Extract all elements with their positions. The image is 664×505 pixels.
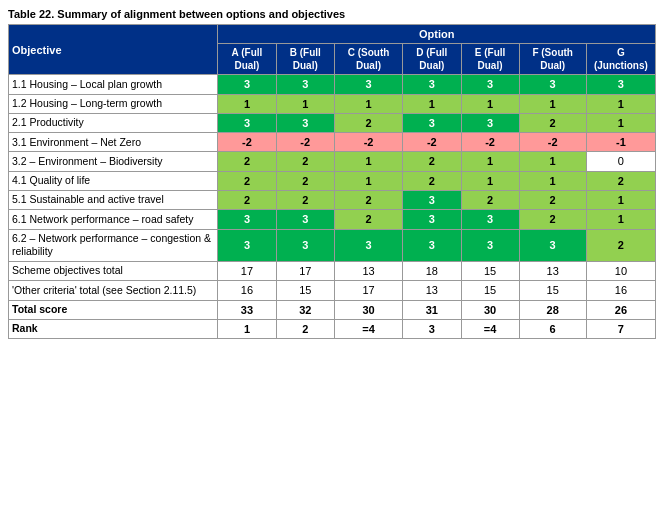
data-cell-r2-c5: 2 (519, 113, 586, 132)
data-cell-r0-c0: 3 (218, 75, 276, 94)
data-cell-r4-c5: 1 (519, 152, 586, 171)
data-cell-r6-c5: 2 (519, 191, 586, 210)
data-cell-r4-c3: 2 (403, 152, 461, 171)
data-cell-r6-c2: 2 (334, 191, 402, 210)
data-cell-r2-c3: 3 (403, 113, 461, 132)
rank-val-5: 6 (519, 319, 586, 338)
total-score-label: Total score (9, 300, 218, 319)
data-cell-r4-c1: 2 (276, 152, 334, 171)
table-row: 4.1 Quality of life2212112 (9, 171, 656, 190)
data-cell-r1-c2: 1 (334, 94, 402, 113)
total-score-val-3: 31 (403, 300, 461, 319)
data-cell-r3-c6: -1 (586, 133, 655, 152)
data-cell-r7-c0: 3 (218, 210, 276, 229)
scheme-total-val-0: 17 (218, 261, 276, 280)
data-cell-r6-c3: 3 (403, 191, 461, 210)
rank-val-3: 3 (403, 319, 461, 338)
data-cell-r0-c5: 3 (519, 75, 586, 94)
data-cell-r3-c4: -2 (461, 133, 519, 152)
total-score-val-6: 26 (586, 300, 655, 319)
data-cell-r3-c1: -2 (276, 133, 334, 152)
table-row: 1.2 Housing – Long-term growth1111111 (9, 94, 656, 113)
data-cell-r8-c1: 3 (276, 229, 334, 261)
col-header-6: G (Junctions) (586, 44, 655, 75)
data-cell-r7-c5: 2 (519, 210, 586, 229)
data-cell-r7-c6: 1 (586, 210, 655, 229)
data-cell-r5-c2: 1 (334, 171, 402, 190)
scheme-total-val-1: 17 (276, 261, 334, 280)
table-row: 3.2 – Environment – Biodiversity2212110 (9, 152, 656, 171)
data-cell-r7-c1: 3 (276, 210, 334, 229)
data-cell-r8-c4: 3 (461, 229, 519, 261)
data-cell-r5-c5: 1 (519, 171, 586, 190)
data-cell-r2-c1: 3 (276, 113, 334, 132)
other-total-val-1: 15 (276, 281, 334, 300)
objective-cell-3: 3.1 Environment – Net Zero (9, 133, 218, 152)
objective-cell-6: 5.1 Sustainable and active travel (9, 191, 218, 210)
data-cell-r1-c1: 1 (276, 94, 334, 113)
data-cell-r3-c5: -2 (519, 133, 586, 152)
other-total-label: 'Other criteria' total (see Section 2.11… (9, 281, 218, 300)
data-cell-r0-c1: 3 (276, 75, 334, 94)
data-cell-r4-c2: 1 (334, 152, 402, 171)
rank-val-1: 2 (276, 319, 334, 338)
other-total-val-0: 16 (218, 281, 276, 300)
scheme-total-val-6: 10 (586, 261, 655, 280)
other-total-row: 'Other criteria' total (see Section 2.11… (9, 281, 656, 300)
objective-cell-7: 6.1 Network performance – road safety (9, 210, 218, 229)
data-cell-r1-c0: 1 (218, 94, 276, 113)
data-cell-r2-c0: 3 (218, 113, 276, 132)
col-header-5: F (South Dual) (519, 44, 586, 75)
data-cell-r7-c2: 2 (334, 210, 402, 229)
scheme-total-val-4: 15 (461, 261, 519, 280)
rank-val-0: 1 (218, 319, 276, 338)
col-header-4: E (Full Dual) (461, 44, 519, 75)
alignment-table: Objective Option A (Full Dual)B (Full Du… (8, 24, 656, 339)
scheme-total-val-3: 18 (403, 261, 461, 280)
data-cell-r6-c1: 2 (276, 191, 334, 210)
data-cell-r4-c0: 2 (218, 152, 276, 171)
other-total-val-2: 17 (334, 281, 402, 300)
objective-cell-4: 3.2 – Environment – Biodiversity (9, 152, 218, 171)
objective-cell-1: 1.2 Housing – Long-term growth (9, 94, 218, 113)
other-total-val-5: 15 (519, 281, 586, 300)
table-row: 1.1 Housing – Local plan growth3333333 (9, 75, 656, 94)
other-total-val-6: 16 (586, 281, 655, 300)
data-cell-r6-c0: 2 (218, 191, 276, 210)
data-cell-r8-c2: 3 (334, 229, 402, 261)
table-row: 5.1 Sustainable and active travel2223221 (9, 191, 656, 210)
col-header-1: B (Full Dual) (276, 44, 334, 75)
objective-cell-2: 2.1 Productivity (9, 113, 218, 132)
data-cell-r5-c0: 2 (218, 171, 276, 190)
data-cell-r1-c4: 1 (461, 94, 519, 113)
data-cell-r3-c0: -2 (218, 133, 276, 152)
data-cell-r0-c2: 3 (334, 75, 402, 94)
objective-cell-0: 1.1 Housing – Local plan growth (9, 75, 218, 94)
table-row: 6.2 – Network performance – congestion &… (9, 229, 656, 261)
total-score-val-4: 30 (461, 300, 519, 319)
objective-cell-8: 6.2 – Network performance – congestion &… (9, 229, 218, 261)
data-cell-r8-c6: 2 (586, 229, 655, 261)
data-cell-r7-c4: 3 (461, 210, 519, 229)
col-header-2: C (South Dual) (334, 44, 402, 75)
data-cell-r3-c3: -2 (403, 133, 461, 152)
col-header-0: A (Full Dual) (218, 44, 276, 75)
objective-cell-5: 4.1 Quality of life (9, 171, 218, 190)
rank-val-6: 7 (586, 319, 655, 338)
rank-row: Rank12=43=467 (9, 319, 656, 338)
total-score-val-5: 28 (519, 300, 586, 319)
total-score-row: Total score33323031302826 (9, 300, 656, 319)
data-cell-r5-c3: 2 (403, 171, 461, 190)
table-title: Table 22. Summary of alignment between o… (8, 8, 656, 20)
data-cell-r1-c6: 1 (586, 94, 655, 113)
table-row: 3.1 Environment – Net Zero-2-2-2-2-2-2-1 (9, 133, 656, 152)
data-cell-r3-c2: -2 (334, 133, 402, 152)
total-score-val-0: 33 (218, 300, 276, 319)
rank-val-4: =4 (461, 319, 519, 338)
option-header: Option (218, 25, 656, 44)
data-cell-r7-c3: 3 (403, 210, 461, 229)
scheme-total-row: Scheme objectives total17171318151310 (9, 261, 656, 280)
data-cell-r8-c0: 3 (218, 229, 276, 261)
data-cell-r2-c6: 1 (586, 113, 655, 132)
table-row: 6.1 Network performance – road safety332… (9, 210, 656, 229)
